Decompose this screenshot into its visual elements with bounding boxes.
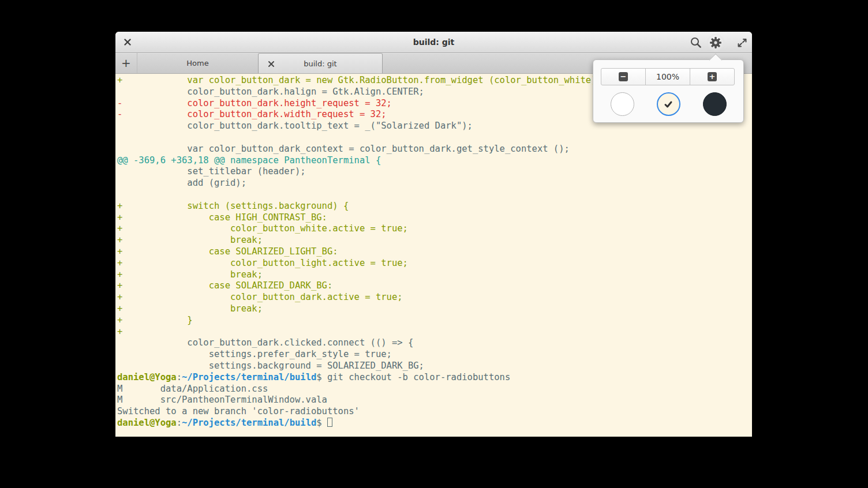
terminal-line: color_button_dark.clicked.connect (() =>…	[117, 337, 752, 349]
terminal-line: Switched to a new branch 'color-radiobut…	[117, 406, 752, 418]
terminal-line: + case SOLARIZED_DARK_BG:	[117, 280, 752, 292]
terminal-line	[117, 189, 752, 201]
tab-build-git[interactable]: build: git	[258, 53, 383, 73]
terminal-line: +	[117, 326, 752, 338]
terminal-line: @@ -369,6 +363,18 @@ namespace PantheonT…	[117, 155, 752, 167]
terminal-line: daniel@Yoga:~/Projects/terminal/build$ g…	[117, 372, 752, 384]
close-icon	[268, 61, 274, 67]
terminal-line: + switch (settings.background) {	[117, 201, 752, 212]
terminal-line: M src/PantheonTerminalWindow.vala	[117, 395, 752, 406]
theme-solarized-light-button[interactable]	[657, 92, 680, 116]
settings-popover: − 100% +	[593, 59, 744, 123]
terminal-line: settings.background = SOLARIZED_DARK_BG;	[117, 361, 752, 372]
tab-home-label: Home	[186, 59, 208, 67]
settings-button[interactable]	[707, 34, 724, 51]
zoom-in-button[interactable]: +	[690, 69, 734, 85]
fullscreen-button[interactable]	[735, 35, 750, 50]
zoom-out-button[interactable]: −	[601, 69, 645, 85]
terminal-line: M data/Application.css	[117, 384, 752, 395]
search-button[interactable]	[689, 35, 704, 50]
terminal-line: + case SOLARIZED_LIGHT_BG:	[117, 246, 752, 258]
search-icon	[690, 36, 702, 49]
theme-high-contrast-button[interactable]	[611, 92, 634, 116]
zoom-level: 100%	[645, 69, 690, 85]
tab-close-button[interactable]	[268, 61, 275, 67]
terminal-line: + break;	[117, 303, 752, 315]
terminal-line: set_titlebar (header);	[117, 166, 752, 178]
terminal-line: daniel@Yoga:~/Projects/terminal/build$	[117, 418, 752, 429]
terminal-line: add (grid);	[117, 178, 752, 189]
tab-build-git-label: build: git	[304, 59, 336, 68]
plus-icon: +	[708, 72, 717, 81]
new-tab-button[interactable]: +	[115, 53, 137, 73]
terminal-line: + color_button_light.active = true;	[117, 258, 752, 269]
fullscreen-icon	[736, 37, 748, 48]
desktop-background: build: git	[0, 0, 868, 488]
terminal-line: var color_button_dark_context = color_bu…	[117, 144, 752, 155]
tab-home[interactable]: Home	[137, 53, 258, 73]
terminal-window: build: git	[115, 32, 752, 437]
window-title: build: git	[115, 32, 752, 53]
terminal-output[interactable]: + var color_button_dark = new Gtk.RadioB…	[115, 74, 752, 437]
terminal-line: + break;	[117, 269, 752, 281]
theme-solarized-dark-button[interactable]	[703, 92, 727, 116]
terminal-line: + break;	[117, 235, 752, 246]
terminal-line: + color_button_white.active = true;	[117, 223, 752, 235]
theme-selector	[593, 92, 744, 116]
terminal-line: + }	[117, 315, 752, 326]
terminal-line: + case HIGH_CONTRAST_BG:	[117, 212, 752, 224]
titlebar[interactable]: build: git	[115, 32, 752, 53]
check-icon	[663, 99, 674, 110]
terminal-line: + color_button_dark.active = true;	[117, 292, 752, 303]
gear-icon	[709, 36, 722, 49]
terminal-line: settings.prefer_dark_style = true;	[117, 349, 752, 361]
terminal-line	[117, 132, 752, 144]
terminal-cursor	[327, 418, 332, 427]
minus-icon: −	[619, 72, 628, 81]
zoom-control: − 100% +	[601, 68, 735, 85]
